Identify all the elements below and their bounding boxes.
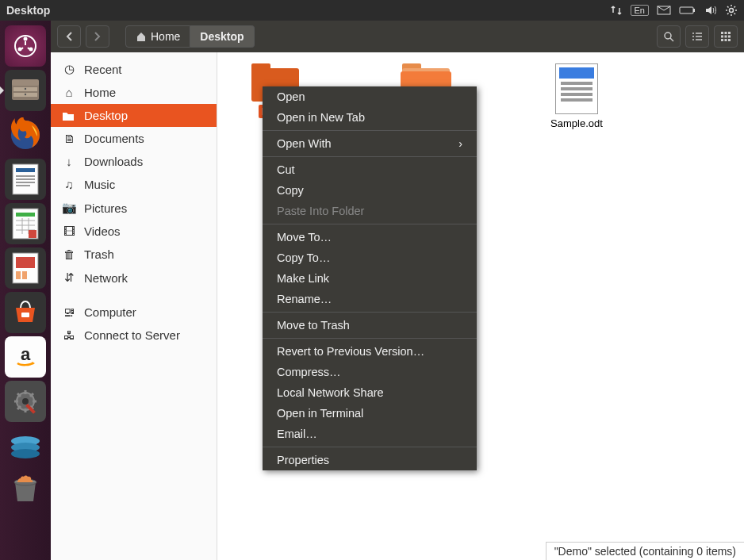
- svg-point-13: [25, 94, 26, 95]
- mail-indicator-icon[interactable]: [657, 6, 671, 15]
- dash-launcher-icon[interactable]: [5, 25, 46, 67]
- computer-icon: 🖳: [62, 305, 76, 319]
- camera-icon: 📷: [62, 201, 76, 215]
- sidebar-item-recent[interactable]: ◷Recent: [51, 57, 217, 81]
- svg-rect-20: [16, 182, 35, 183]
- volume-indicator-icon[interactable]: [704, 5, 717, 16]
- cm-properties[interactable]: Properties: [263, 450, 477, 470]
- trash-icon: 🗑: [62, 247, 76, 261]
- path-home[interactable]: Home: [125, 25, 190, 48]
- view-grid-button[interactable]: [714, 25, 738, 48]
- doc-icon: 🗎: [62, 132, 76, 145]
- svg-rect-46: [721, 39, 723, 41]
- view-list-button[interactable]: [685, 25, 709, 48]
- svg-point-32: [22, 398, 29, 405]
- firefox-launcher-icon[interactable]: [5, 114, 46, 155]
- svg-point-5: [24, 37, 28, 41]
- svg-rect-47: [725, 39, 727, 41]
- cm-paste-into-folder: Paste Into Folder: [263, 201, 477, 221]
- svg-point-36: [11, 449, 40, 458]
- cm-cut[interactable]: Cut: [263, 159, 477, 180]
- sidebar-item-music[interactable]: ♫Music: [51, 173, 217, 196]
- battery-indicator-icon[interactable]: [679, 6, 696, 15]
- nav-back-button[interactable]: [57, 25, 81, 48]
- svg-rect-26: [16, 257, 35, 268]
- sidebar-item-home[interactable]: ⌂Home: [51, 81, 217, 104]
- sidebar-item-documents[interactable]: 🗎Documents: [51, 127, 217, 150]
- top-panel: Desktop En: [0, 0, 744, 21]
- cm-compress[interactable]: Compress…: [263, 362, 477, 382]
- trash-launcher-icon[interactable]: [5, 470, 46, 511]
- toolbar: Home Desktop: [51, 21, 744, 52]
- sidebar-item-desktop[interactable]: Desktop: [51, 104, 217, 127]
- svg-rect-21: [16, 185, 30, 186]
- software-launcher-icon[interactable]: [5, 292, 46, 333]
- writer-launcher-icon[interactable]: [5, 159, 46, 200]
- svg-rect-44: [725, 36, 727, 38]
- network-icon: ⇵: [62, 270, 76, 285]
- sidebar-item-videos[interactable]: 🎞Videos: [51, 220, 217, 243]
- cm-copy-to[interactable]: Copy To…: [263, 247, 477, 268]
- svg-rect-24: [29, 230, 36, 238]
- svg-rect-28: [22, 271, 27, 279]
- context-menu: Open Open in New Tab Open With› Cut Copy…: [263, 86, 477, 470]
- svg-rect-19: [16, 178, 35, 180]
- home-icon: ⌂: [62, 86, 76, 99]
- panel-title: Desktop: [6, 4, 50, 17]
- svg-rect-43: [721, 36, 723, 38]
- svg-rect-48: [728, 39, 731, 41]
- cm-local-network-share[interactable]: Local Network Share: [263, 382, 477, 403]
- cm-move-to-trash[interactable]: Move to Trash: [263, 315, 477, 336]
- cm-open-new-tab[interactable]: Open in New Tab: [263, 107, 477, 128]
- sidebar-item-network[interactable]: ⇵Network: [51, 266, 217, 290]
- svg-point-7: [18, 48, 22, 52]
- sidebar-item-pictures[interactable]: 📷Pictures: [51, 196, 217, 220]
- file-item-sample[interactable]: Sample.odt: [541, 63, 612, 129]
- cm-move-to[interactable]: Move To…: [263, 227, 477, 247]
- svg-rect-23: [16, 213, 35, 217]
- cm-rename[interactable]: Rename…: [263, 289, 477, 309]
- status-bar: "Demo" selected (containing 0 items): [546, 542, 744, 560]
- sidebar-item-connect-server[interactable]: 🖧Connect to Server: [51, 324, 217, 347]
- svg-rect-27: [16, 271, 21, 279]
- svg-rect-45: [728, 36, 731, 38]
- cm-open-terminal[interactable]: Open in Terminal: [263, 403, 477, 424]
- system-indicator-icon[interactable]: [725, 4, 738, 17]
- sidebar-item-trash[interactable]: 🗑Trash: [51, 243, 217, 266]
- svg-rect-17: [16, 168, 35, 172]
- sidebar-item-downloads[interactable]: ↓Downloads: [51, 150, 217, 173]
- impress-launcher-icon[interactable]: [5, 247, 46, 289]
- download-icon: ↓: [62, 155, 76, 168]
- svg-rect-1: [680, 7, 693, 13]
- cm-open[interactable]: Open: [263, 86, 477, 107]
- nav-forward-button[interactable]: [86, 25, 109, 48]
- search-button[interactable]: [657, 25, 681, 48]
- cm-email[interactable]: Email…: [263, 424, 477, 444]
- music-icon: ♫: [62, 178, 76, 191]
- cm-copy[interactable]: Copy: [263, 180, 477, 201]
- clock-icon: ◷: [62, 62, 76, 76]
- chevron-right-icon: ›: [458, 137, 462, 150]
- file-label: Sample.odt: [541, 117, 612, 129]
- network-indicator-icon[interactable]: [610, 5, 623, 16]
- sidebar-item-computer[interactable]: 🖳Computer: [51, 301, 217, 324]
- svg-rect-2: [693, 9, 695, 12]
- amazon-launcher-icon[interactable]: a: [5, 336, 46, 378]
- document-icon: [555, 63, 598, 114]
- cm-make-link[interactable]: Make Link: [263, 268, 477, 289]
- keyboard-indicator-icon[interactable]: En: [631, 5, 649, 16]
- svg-point-12: [25, 88, 26, 90]
- files-launcher-icon[interactable]: [5, 70, 46, 111]
- status-text: "Demo" selected (containing 0 items): [554, 545, 736, 558]
- svg-rect-18: [16, 175, 35, 177]
- cm-revert[interactable]: Revert to Previous Version…: [263, 341, 477, 362]
- path-desktop[interactable]: Desktop: [190, 25, 254, 48]
- path-bar: Home Desktop: [125, 25, 255, 48]
- cm-open-with[interactable]: Open With›: [263, 133, 477, 154]
- video-icon: 🎞: [62, 224, 76, 238]
- settings-launcher-icon[interactable]: [5, 381, 46, 422]
- svg-rect-40: [721, 32, 723, 34]
- places-sidebar: ◷Recent ⌂Home Desktop 🗎Documents ↓Downlo…: [51, 52, 217, 560]
- calc-launcher-icon[interactable]: [5, 203, 46, 244]
- workspace-launcher-icon[interactable]: [5, 425, 46, 466]
